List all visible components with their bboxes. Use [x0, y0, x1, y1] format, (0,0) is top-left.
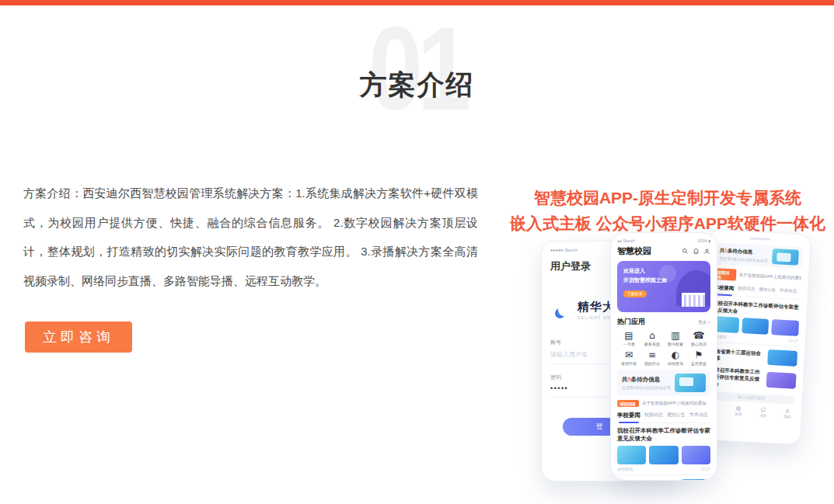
- article-meta: 校园要闻 10-17: [617, 467, 710, 471]
- nav-apps[interactable]: 应用: [735, 405, 742, 416]
- nav-profile[interactable]: 我的: [784, 408, 792, 419]
- todo-subtext: 您还有5条待办消息尚未处理: [622, 385, 675, 390]
- university-logo-icon: [558, 304, 570, 316]
- divider: [617, 474, 710, 475]
- app-monitor[interactable]: ⚑监控系统: [687, 349, 710, 366]
- app-grades[interactable]: ◐成绩查询: [664, 349, 687, 366]
- tab-campus-trends[interactable]: 校园动态: [644, 412, 663, 419]
- flag-icon: ⚑: [687, 349, 710, 360]
- news-article-title[interactable]: 我校召开本科教学工作诊断评估专家意见反馈大会: [617, 427, 710, 443]
- promo-heading: 智慧校园APP-原生定制开发专属系统 嵌入式主板 公众号小程序APP软硬件一体化: [501, 185, 834, 236]
- news-article-row[interactable]: 河南省第十三届运动会落幕: [617, 479, 710, 481]
- article-thumbnails: [617, 446, 710, 464]
- chart-icon: ◐: [664, 349, 687, 360]
- article-thumb: [681, 479, 710, 481]
- consult-now-button[interactable]: 立即咨询: [25, 322, 132, 353]
- news-tabs: 学校要闻 校园动态 通知公告 学术动态: [714, 284, 801, 300]
- app-library[interactable]: ▥图书检索: [664, 330, 687, 346]
- app-academic[interactable]: ⌂教务系统: [640, 330, 664, 346]
- banner-line-2: 开启智慧校园之旅: [623, 276, 710, 284]
- mail-icon: ✉: [617, 349, 640, 360]
- app-home-mockup: ●● Sketch 100% ▮ 智慧校园 欢迎进入 开启智慧校园之旅 了解更多…: [610, 232, 717, 481]
- app-status-bar: ●● Sketch 100% ▮: [617, 238, 710, 243]
- article-thumb: [767, 349, 797, 367]
- notice-row[interactable]: 校园消息 关于智慧校园APP上线测试的通知: [714, 268, 802, 284]
- tab-announcements[interactable]: 通知公告: [667, 412, 686, 419]
- phone-icon: ☎: [687, 330, 710, 341]
- tab-academic[interactable]: 学术动态: [780, 288, 797, 296]
- article-thumb-2: [742, 318, 769, 335]
- app-header: 智慧校园: [617, 245, 710, 257]
- profile-icon: [784, 408, 790, 414]
- page-title: 方案介绍: [0, 67, 834, 103]
- article-thumb-1: [617, 446, 646, 464]
- article-date: 10-17: [788, 338, 798, 343]
- bell-icon[interactable]: [693, 248, 700, 255]
- article-thumb-2: [649, 446, 678, 464]
- solution-intro-section: 01 方案介绍 方案介绍：西安迪尔西智慧校园管理系统解决方案：1.系统集成解决方…: [0, 0, 834, 504]
- banner-line-1: 欢迎进入: [623, 267, 710, 275]
- news-article-row[interactable]: 我校召开本科教学工作诊断评估专家意见反馈大会: [709, 366, 797, 391]
- article-thumb-3: [682, 446, 710, 464]
- todo-illustration: [675, 374, 706, 392]
- welcome-banner[interactable]: 欢迎进入 开启智慧校园之旅 了解更多: [617, 261, 710, 312]
- carrier-text: ●● Sketch: [617, 238, 635, 243]
- app-icon-grid: ▤一卡通 ⌂教务系统 ▥图书检索 ☎爱心电话 ✉请假申请 ≡我的待办 ◐成绩查询…: [617, 330, 710, 366]
- news-article-row[interactable]: 河南省第十三届运动会落幕: [710, 346, 797, 367]
- search-input[interactable]: 输入关键字搜索: [708, 391, 795, 405]
- app-mockups: ●●●●● Sketch 9:41 AM 用户登录 精华大学 DELIGHT U…: [536, 230, 818, 504]
- notice-row[interactable]: 校园消息 关于智慧校园APP上线测试的通知: [617, 400, 710, 407]
- article-thumbnails: [711, 316, 799, 336]
- article-thumb-3: [772, 319, 800, 336]
- notice-text: 关于智慧校园APP上线测试的通知: [738, 273, 801, 281]
- article-date: 10-17: [700, 467, 710, 471]
- tab-academic[interactable]: 学术动态: [689, 412, 708, 419]
- nav-messages[interactable]: 消息: [759, 406, 767, 417]
- app-title: 智慧校园: [617, 245, 678, 257]
- search-icon[interactable]: [682, 248, 689, 255]
- todo-illustration: [772, 249, 799, 266]
- bottom-nav: 首页 应用 消息 我的: [707, 404, 795, 419]
- hot-apps-header: 热门应用 更多 >: [617, 317, 710, 327]
- notice-badge: 校园消息: [617, 400, 639, 407]
- news-article-title: 河南省第十三届运动会落幕: [617, 480, 676, 481]
- notice-text: 关于智慧校园APP上线测试的通知: [642, 401, 707, 406]
- user-icon[interactable]: [703, 248, 710, 255]
- intro-paragraph: 方案介绍：西安迪尔西智慧校园管理系统解决方案：1.系统集成解决方案软件+硬件双模…: [23, 179, 478, 295]
- learn-more-button[interactable]: 了解更多: [623, 290, 647, 297]
- todo-summary-card[interactable]: 共5条待办信息 您还有5条待办消息尚未处理: [715, 242, 803, 269]
- app-phone[interactable]: ☎爱心电话: [687, 330, 710, 346]
- tab-school-news[interactable]: 学校要闻: [617, 412, 640, 419]
- banner-building-illustration: [682, 293, 705, 307]
- battery-text: 100% ▮: [697, 238, 710, 243]
- hot-apps-more-link[interactable]: 更多 >: [698, 320, 710, 325]
- news-article-title[interactable]: 我校召开本科教学工作诊断评估专家意见反馈大会: [713, 299, 801, 318]
- todo-subtext: 您还有5条待办消息尚未处理: [719, 255, 772, 263]
- app-leave[interactable]: ✉请假申请: [617, 349, 640, 366]
- carrier-text: ●●●●● Sketch: [550, 248, 578, 252]
- todo-summary-card[interactable]: 共5条待办信息 您还有5条待办消息尚未处理: [617, 370, 710, 396]
- tab-announcements[interactable]: 通知公告: [759, 287, 776, 294]
- app-todo[interactable]: ≡我的待办: [640, 349, 664, 366]
- notice-badge: 校园消息: [714, 268, 736, 280]
- list-icon: ≡: [640, 349, 664, 360]
- tab-campus-trends[interactable]: 校园动态: [738, 286, 755, 294]
- building-icon: ⌂: [640, 330, 664, 341]
- message-icon: [760, 406, 766, 412]
- hot-apps-title: 热门应用: [617, 317, 645, 327]
- article-thumb: [766, 371, 797, 388]
- news-article-title: 河南省第十三届运动会落幕: [710, 347, 763, 364]
- apps-icon: [735, 405, 742, 412]
- card-icon: ▤: [617, 330, 640, 341]
- news-tabs: 学校要闻 校园动态 通知公告 学术动态: [617, 412, 710, 423]
- promo-line-1: 智慧校园APP-原生定制开发专属系统: [501, 185, 834, 210]
- book-icon: ▥: [664, 330, 687, 341]
- app-card[interactable]: ▤一卡通: [617, 330, 640, 346]
- card-handle: [750, 237, 770, 240]
- article-source: 校园要闻: [617, 467, 633, 471]
- todo-title: 共5条待办信息: [622, 376, 675, 384]
